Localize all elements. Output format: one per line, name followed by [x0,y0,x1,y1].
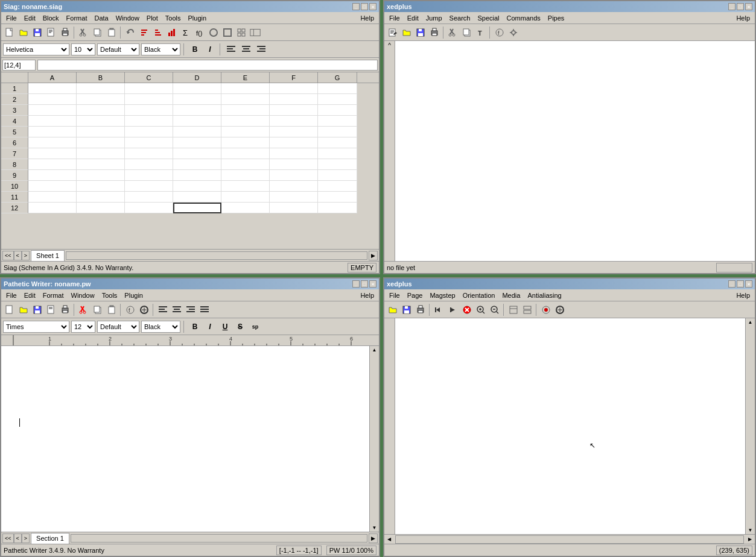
siag-cell-r2-c6[interactable] [270,94,318,105]
pw-copy-btn[interactable] [91,303,104,316]
pw-strike-btn[interactable]: S [233,320,247,333]
siag-cell-r12-c5[interactable] [221,203,270,213]
pw-align-left-btn[interactable] [156,303,170,316]
siag-cell-r8-c4[interactable] [173,159,221,170]
siag-cell-r2-c7[interactable] [318,94,357,105]
pw-print-btn[interactable] [59,303,72,316]
pw-v-scrollbar[interactable]: ▲ ▼ [369,346,379,532]
pw-fontsize-select[interactable]: 12 [71,321,95,333]
pw-superscript-btn[interactable]: sp [249,320,262,333]
siag-circle-btn[interactable] [207,26,220,39]
pw-justify-btn[interactable] [198,303,211,316]
siag-maximize-btn[interactable]: □ [361,3,368,10]
siag-cell-r9-c1[interactable] [28,170,77,181]
mp-open-btn[interactable] [386,303,399,316]
pw-menu-edit[interactable]: Edit [21,291,39,300]
siag-cell-r2-c3[interactable] [125,94,173,105]
siag-close-btn[interactable]: × [369,3,376,10]
siag-scroll-right[interactable]: ▶ [369,251,378,260]
pw-menu-help[interactable]: Help [357,291,378,300]
siag-cell-r4-c3[interactable] [125,116,173,127]
siag-minimize-btn[interactable]: _ [352,3,360,10]
siag-cell-r4-c6[interactable] [270,116,318,127]
mp-scroll-right[interactable]: ▶ [745,537,755,542]
mp-save-btn[interactable] [400,303,413,316]
siag-h-scrollbar[interactable] [66,251,367,260]
mp-menu-page[interactable]: Page [404,291,427,300]
siag-col-d[interactable]: D [173,72,221,83]
siag-cell-r10-c5[interactable] [221,181,270,192]
siag-sheet-next[interactable]: > [22,251,30,260]
siag-cell-r3-c5[interactable] [221,105,270,116]
xed-edit-btn[interactable] [386,26,399,39]
siag-cell-r3-c2[interactable] [77,105,125,116]
siag-col-c[interactable]: C [125,72,173,83]
siag-chart-btn[interactable] [165,26,179,39]
siag-menu-window[interactable]: Window [112,14,143,22]
pw-sub-btn[interactable] [264,320,272,333]
pw-circle-btn[interactable] [138,303,151,316]
pw-bold-btn[interactable]: B [188,320,202,333]
siag-col-e[interactable]: E [221,72,270,83]
siag-cell-r11-c4[interactable] [173,192,221,203]
siag-undo-btn[interactable] [124,26,137,39]
siag-cell-r6-c3[interactable] [125,137,173,148]
siag-cell-r4-c2[interactable] [77,116,125,127]
siag-cell-r2-c5[interactable] [221,94,270,105]
pw-paste-btn[interactable] [105,303,118,316]
mp-zoom-in-btn[interactable] [474,303,488,316]
siag-cut-btn[interactable] [77,26,91,39]
pw-macro-btn[interactable]: f [124,303,137,316]
siag-wide-btn[interactable] [249,26,262,39]
siag-cell-r6-c2[interactable] [77,137,125,148]
mp-maximize-btn[interactable]: □ [737,280,744,288]
siag-cell-r5-c2[interactable] [77,127,125,137]
siag-cell-r1-c2[interactable] [77,83,125,94]
siag-menu-plot[interactable]: Plot [143,14,162,22]
siag-cell-r11-c7[interactable] [318,192,357,203]
siag-cell-r5-c5[interactable] [221,127,270,137]
pw-style-select[interactable]: Default [97,321,139,333]
siag-menu-file[interactable]: File [2,14,21,22]
siag-cell-r11-c1[interactable] [28,192,77,203]
siag-cell-r12-c4[interactable] [173,203,221,213]
siag-rownum-12[interactable]: 12 [1,203,28,213]
siag-cell-r9-c3[interactable] [125,170,173,181]
siag-cell-r1-c4[interactable] [173,83,221,94]
siag-align-left-btn[interactable] [224,43,238,56]
siag-cell-r7-c1[interactable] [28,148,77,159]
siag-preview-btn[interactable] [45,26,58,39]
siag-cell-r9-c6[interactable] [270,170,318,181]
pw-align-center-btn[interactable] [170,303,183,316]
mp-zoom-out-btn[interactable] [488,303,501,316]
xed-save-btn[interactable] [414,26,427,39]
siag-menu-data[interactable]: Data [91,14,112,22]
siag-cell-r12-c1[interactable] [28,203,77,213]
xed-menu-pipes[interactable]: Pipes [544,14,568,22]
siag-col-f[interactable]: F [270,72,318,83]
xed-minimize-btn[interactable]: _ [728,3,735,10]
mp-scroll-down[interactable]: ▼ [746,526,755,534]
pw-cut-btn[interactable] [77,303,91,316]
siag-cell-r12-c7[interactable] [318,203,357,213]
siag-cell-r6-c4[interactable] [173,137,221,148]
siag-cell-r7-c3[interactable] [125,148,173,159]
pw-italic-btn[interactable]: I [203,320,217,333]
siag-bold-btn[interactable]: B [188,43,202,56]
siag-cell-r1-c5[interactable] [221,83,270,94]
pw-menu-file[interactable]: File [2,291,21,300]
siag-rownum-3[interactable]: 3 [1,105,28,116]
xed-menu-special[interactable]: Special [474,14,503,22]
siag-color-select[interactable]: Black [141,43,180,55]
siag-align-center-btn[interactable] [240,43,253,56]
siag-rownum-1[interactable]: 1 [1,83,28,94]
siag-cell-r7-c7[interactable] [318,148,357,159]
xed-menu-file[interactable]: File [386,14,404,22]
siag-cell-r10-c4[interactable] [173,181,221,192]
siag-cell-ref[interactable] [2,60,36,71]
xed-close-btn[interactable]: × [745,3,752,10]
siag-rownum-11[interactable]: 11 [1,192,28,203]
siag-cell-r4-c4[interactable] [173,116,221,127]
siag-cell-r7-c6[interactable] [270,148,318,159]
mp-scroll-up[interactable]: ▲ [746,318,755,326]
